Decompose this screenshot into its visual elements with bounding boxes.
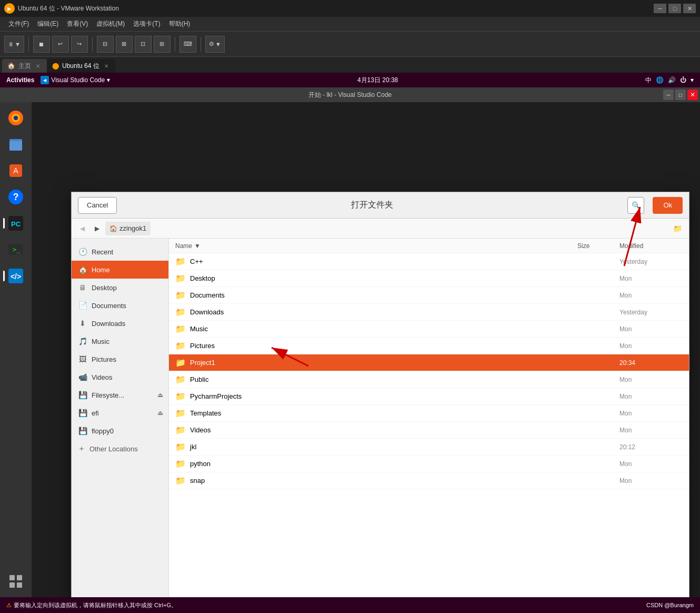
sidebar-item-efi[interactable]: 💾 efi ⏏ <box>72 404 168 422</box>
file-row[interactable]: 📁DocumentsMon <box>169 287 689 304</box>
menu-vm[interactable]: 虚拟机(M) <box>92 18 129 29</box>
toolbar-btn-10[interactable]: ⚙ ▼ <box>205 36 225 53</box>
minimize-button[interactable]: ─ <box>654 4 666 13</box>
toolbar-icon-10: ⚙ <box>209 41 214 47</box>
cancel-button[interactable]: Cancel <box>78 197 117 214</box>
sidebar-videos-label: Videos <box>92 373 113 381</box>
file-name-label: python <box>190 460 577 468</box>
dock-icon-pycharm[interactable]: PC <box>4 212 27 235</box>
new-folder-button[interactable]: 📁 <box>670 221 685 236</box>
file-row[interactable]: 📁DesktopMon <box>169 270 689 287</box>
toolbar-btn-3[interactable]: ↩ <box>52 36 69 53</box>
sidebar-item-recent[interactable]: 🕐 Recent <box>72 243 168 261</box>
tab-home[interactable]: 🏠 主页 ✕ <box>2 59 47 73</box>
file-row[interactable]: 📁pythonMon <box>169 456 689 472</box>
file-row[interactable]: 📁VideosMon <box>169 422 689 439</box>
file-row[interactable]: 📁DownloadsYesterday <box>169 304 689 321</box>
file-row[interactable]: 📁C++Yesterday <box>169 253 689 270</box>
dock-icon-help[interactable]: ? <box>4 185 27 209</box>
file-modified-value: Mon <box>619 292 683 299</box>
file-modified-value: Mon <box>619 393 683 400</box>
sidebar-item-music[interactable]: 🎵 Music <box>72 332 168 350</box>
vscode-indicator[interactable]: ◀ Visual Studio Code ▾ <box>41 76 110 84</box>
toolbar-dropdown-10: ▼ <box>215 41 221 47</box>
sidebar-desktop-label: Desktop <box>92 284 117 292</box>
sidebar-item-filesystem[interactable]: 💾 Filesyste... ⏏ <box>72 386 168 404</box>
dock-icon-vscode[interactable]: </> <box>4 264 27 288</box>
file-name-label: PycharmProjects <box>190 392 577 400</box>
sidebar-item-downloads[interactable]: ⬇ Downloads <box>72 314 168 332</box>
efi-eject-icon[interactable]: ⏏ <box>156 408 164 418</box>
dock-icon-files[interactable] <box>4 133 27 156</box>
vscode-titlebar: 开始 - lkl - Visual Studio Code ─ □ ✕ <box>0 87 700 102</box>
vscode-min-btn[interactable]: ─ <box>663 90 674 100</box>
ubuntu-right-icons: 中 🌐 🔊 ⏻ ▾ <box>645 76 694 85</box>
dock-icon-grid[interactable] <box>4 570 27 593</box>
forward-button[interactable]: ▶ <box>91 222 103 235</box>
tab-ubuntu-close[interactable]: ✕ <box>103 62 110 70</box>
toolbar-sep-1 <box>28 37 29 52</box>
vscode-area: Cancel 打开文件夹 🔍 Ok ◀ ▶ 🏠 zzingok1 <box>32 102 700 597</box>
menu-view[interactable]: 查看(V) <box>63 18 92 29</box>
toolbar-btn-9[interactable]: ⌨ <box>179 36 196 53</box>
path-home-segment[interactable]: 🏠 zzingok1 <box>105 222 151 235</box>
file-row[interactable]: 📁PycharmProjectsMon <box>169 388 689 405</box>
maximize-button[interactable]: □ <box>668 4 681 13</box>
file-row[interactable]: 📁TemplatesMon <box>169 405 689 422</box>
vmware-window: ▶ Ubuntu 64 位 - VMware Workstation ─ □ ✕… <box>0 0 700 613</box>
sidebar-item-floppy[interactable]: 💾 floppy0 <box>72 422 168 440</box>
filesystem-eject-icon[interactable]: ⏏ <box>156 390 164 400</box>
network-icon: 🌐 <box>656 76 664 84</box>
toolbar-btn-5[interactable]: ⊟ <box>97 36 114 53</box>
tab-home-close[interactable]: ✕ <box>34 62 42 70</box>
sidebar-item-pictures[interactable]: 🖼 Pictures <box>72 350 168 368</box>
file-row[interactable]: 📁MusicMon <box>169 321 689 338</box>
file-row[interactable]: 📁PublicMon <box>169 371 689 388</box>
file-list-header: Name ▼ Size Modified <box>169 239 689 253</box>
vscode-close-btn[interactable]: ✕ <box>687 90 698 100</box>
col-size[interactable]: Size <box>577 242 619 250</box>
toolbar-pause-btn[interactable]: ⏸ ▼ <box>4 36 24 53</box>
sidebar-item-desktop[interactable]: 🖥 Desktop <box>72 279 168 296</box>
sidebar-item-documents[interactable]: 📄 Documents <box>72 296 168 314</box>
file-row[interactable]: 📁snapMon <box>169 472 689 489</box>
sidebar-music-label: Music <box>92 338 109 345</box>
menu-edit[interactable]: 编辑(E) <box>33 18 63 29</box>
col-name[interactable]: Name ▼ <box>175 242 577 250</box>
menu-help[interactable]: 帮助(H) <box>165 18 195 29</box>
dock-icon-appstore[interactable]: A <box>4 159 27 182</box>
dock-icon-firefox[interactable] <box>4 106 27 130</box>
other-locations-btn[interactable]: ＋ Other Locations <box>72 440 168 458</box>
toolbar-btn-6[interactable]: ⊠ <box>116 36 133 53</box>
search-button[interactable]: 🔍 <box>627 197 644 214</box>
vscode-max-btn[interactable]: □ <box>675 90 686 100</box>
close-button[interactable]: ✕ <box>683 4 696 13</box>
col-modified[interactable]: Modified <box>619 242 683 250</box>
ubuntu-clock: 4月13日 20:38 <box>110 76 645 85</box>
tab-ubuntu[interactable]: ⬤ Ubuntu 64 位 ✕ <box>47 59 115 73</box>
file-row[interactable]: 📁Project120:34 <box>169 354 689 371</box>
toolbar-sep-3 <box>175 37 175 52</box>
dock-icon-terminal[interactable]: >_ <box>4 238 27 261</box>
toolbar-btn-2[interactable]: ⏹ <box>33 36 50 53</box>
menu-tab[interactable]: 选项卡(T) <box>129 18 164 29</box>
back-button[interactable]: ◀ <box>76 222 88 235</box>
file-modified-value: Yesterday <box>619 309 683 316</box>
file-modified-value: Mon <box>619 325 683 333</box>
music-icon: 🎵 <box>78 337 87 345</box>
toolbar-btn-4[interactable]: ↪ <box>71 36 88 53</box>
input-method-indicator[interactable]: 中 <box>645 76 652 85</box>
toolbar-btn-7[interactable]: ⊡ <box>135 36 152 53</box>
menu-file[interactable]: 文件(F) <box>4 18 33 29</box>
file-name-label: Desktop <box>190 274 577 282</box>
sidebar-item-videos[interactable]: 📹 Videos <box>72 368 168 386</box>
sidebar-item-home[interactable]: 🏠 Home <box>72 261 168 279</box>
folder-icon: 📁 <box>175 442 186 452</box>
file-row[interactable]: 📁PicturesMon <box>169 338 689 354</box>
svg-text:A: A <box>13 166 18 175</box>
ok-button[interactable]: Ok <box>653 197 683 214</box>
toolbar-btn-8[interactable]: ⊞ <box>154 36 171 53</box>
dialog-body: 🕐 Recent 🏠 Home 🖥 Desktop 📄 <box>72 239 689 597</box>
activities-label[interactable]: Activities <box>6 76 34 84</box>
file-row[interactable]: 📁jkl20:12 <box>169 439 689 456</box>
